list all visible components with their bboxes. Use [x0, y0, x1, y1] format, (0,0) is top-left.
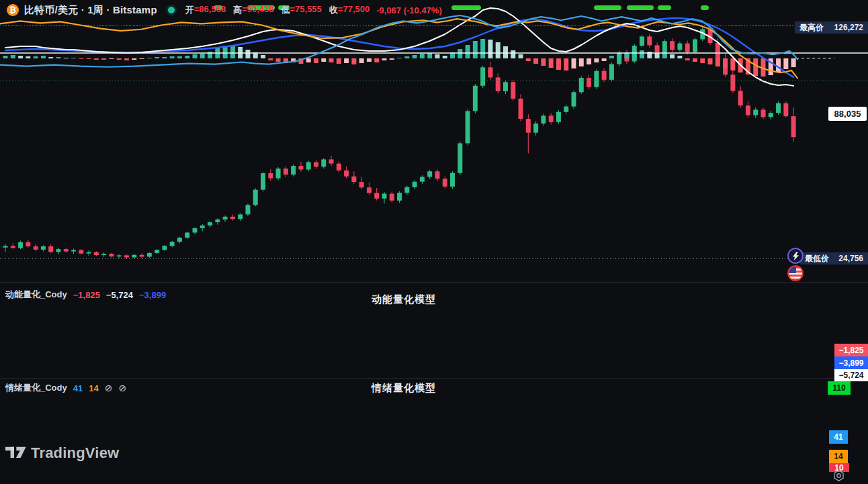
low-value: 75,555 [290, 4, 321, 16]
indicator-settings-button[interactable] [832, 469, 845, 482]
gear-icon [832, 469, 845, 482]
buy-signal-marker [658, 5, 671, 10]
all-time-low-text: 最低价 [805, 253, 829, 264]
high-value: 90,438 [242, 4, 273, 16]
close-value: 77,500 [338, 4, 370, 16]
market-status-dot [168, 7, 175, 13]
momentum-indicator-title[interactable]: 动能量化_Cody [5, 289, 67, 301]
sentiment-upper-axis-tag: 110 [828, 381, 851, 395]
all-time-high-value: 126,272 [834, 23, 863, 32]
empty-value-icon: ⊘ [118, 383, 126, 393]
pane-separator[interactable] [0, 282, 868, 283]
tradingview-logo-icon [5, 446, 26, 460]
buy-signal-marker [594, 5, 621, 10]
high-label: 高 [233, 4, 242, 16]
momentum-indicator-header: 动能量化_Cody −1,825 −5,724 −3,899 [5, 289, 166, 301]
tradingview-watermark[interactable]: TradingView [5, 444, 119, 462]
symbol-header: ₿ 比特币/美元 · 1周 · Bitstamp 开86,568 高90,438… [0, 0, 442, 20]
sentiment-model-watermark: 情绪量化模型 [372, 382, 436, 395]
all-time-high-label: 最高价 126,272 [795, 21, 868, 34]
sentiment-slow-axis-tag: 14 [829, 450, 848, 463]
buy-signal-marker [701, 5, 709, 10]
momentum-signal-axis-tag: −3,899 [834, 356, 868, 369]
sentiment-slow-value: 14 [89, 383, 98, 393]
low-label: 低 [281, 4, 290, 16]
bitcoin-icon: ₿ [7, 4, 19, 16]
all-time-low-label: 最低价 24,756 [800, 252, 868, 264]
open-label: 开 [185, 4, 194, 16]
symbol-title[interactable]: 比特币/美元 · 1周 · Bitstamp [24, 4, 157, 17]
open-value: 86,568 [194, 4, 226, 16]
all-time-low-value: 24,756 [838, 254, 863, 263]
momentum-hist-axis-tag: −1,825 [834, 344, 868, 356]
current-price-label: 88,035 [828, 107, 867, 121]
momentum-signal-value: −3,899 [139, 290, 166, 300]
buy-signal-marker [451, 5, 481, 10]
change-value: -9,067 (-10.47%) [376, 5, 442, 15]
tradingview-chart-app: ₿ 比特币/美元 · 1周 · Bitstamp 开86,568 高90,438… [0, 0, 868, 484]
tradingview-watermark-text: TradingView [31, 444, 119, 462]
slow-sentiment-line [0, 19, 797, 78]
momentum-model-watermark: 动能量化模型 [372, 293, 436, 306]
lightning-badge-icon[interactable] [787, 248, 804, 264]
momentum-main-value: −5,724 [106, 290, 133, 300]
sentiment-fast-axis-tag: 41 [829, 430, 848, 444]
pane-separator[interactable] [0, 378, 868, 379]
momentum-main-axis-tag: −5,724 [834, 369, 868, 381]
ohlc-values: 开86,568 高90,438 低75,555 收77,500 [185, 4, 370, 16]
flag-canton [789, 267, 796, 273]
empty-value-icon: ⊘ [105, 383, 113, 393]
sentiment-indicator-title[interactable]: 情绪量化_Cody [5, 382, 67, 394]
all-time-high-text: 最高价 [799, 22, 824, 34]
lightning-bolt-icon [792, 252, 799, 260]
momentum-hist-value: −1,825 [73, 290, 100, 300]
buy-signal-marker [627, 5, 654, 10]
sentiment-fast-value: 41 [73, 383, 83, 393]
us-flag-icon[interactable] [787, 265, 804, 281]
close-label: 收 [329, 4, 338, 16]
sentiment-indicator-header: 情绪量化_Cody 41 14 ⊘ ⊘ [5, 382, 126, 394]
